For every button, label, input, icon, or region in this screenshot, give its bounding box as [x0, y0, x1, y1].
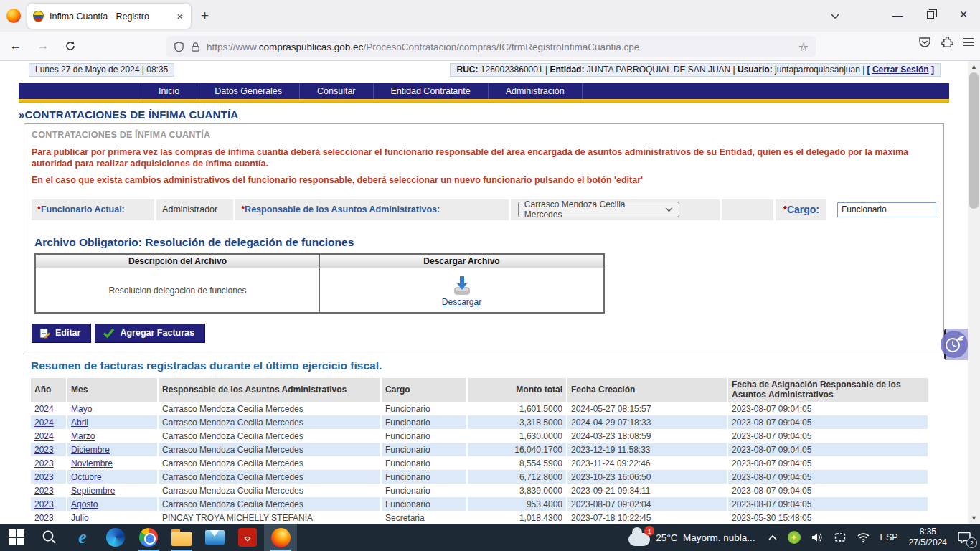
cell-mes[interactable]: Agosto: [67, 497, 158, 511]
start-button[interactable]: [0, 524, 33, 551]
minimize-button[interactable]: —: [881, 0, 914, 29]
forward-button[interactable]: →: [32, 36, 55, 56]
cell-anio[interactable]: 2024: [31, 429, 67, 443]
file-explorer-icon[interactable]: [165, 524, 198, 551]
month-link[interactable]: Agosto: [71, 499, 98, 509]
restore-button[interactable]: [914, 0, 947, 29]
year-link[interactable]: 2023: [34, 513, 54, 523]
cell-fecha-creacion: 2023-11-24 09:22:46: [567, 456, 727, 470]
pocket-icon[interactable]: [918, 37, 931, 48]
scrollbar-thumb[interactable]: [969, 72, 979, 209]
antivirus-tray-icon[interactable]: ✦: [783, 524, 806, 551]
cell-mes[interactable]: Noviembre: [67, 456, 158, 470]
notification-badge: 2: [966, 537, 977, 548]
descargar-link[interactable]: Descargar: [442, 297, 481, 307]
floating-clock-widget[interactable]: [942, 329, 968, 360]
month-link[interactable]: Septiembre: [71, 486, 115, 496]
nav-item-administracion[interactable]: Administración: [489, 83, 583, 99]
chrome-icon[interactable]: [132, 524, 165, 551]
year-link[interactable]: 2023: [34, 499, 54, 509]
year-link[interactable]: 2024: [34, 431, 54, 441]
volume-icon[interactable]: [806, 524, 829, 551]
cell-anio[interactable]: 2023: [31, 470, 67, 484]
year-link[interactable]: 2023: [34, 458, 54, 468]
cell-anio[interactable]: 2023: [31, 443, 67, 456]
usuario-value: juntaparroquiasanjuan: [775, 65, 860, 75]
month-link[interactable]: Marzo: [71, 431, 95, 441]
url-bar[interactable]: https://www.compraspublicas.gob.ec/Proce…: [166, 36, 816, 57]
back-button[interactable]: ←: [4, 36, 27, 56]
cell-mes[interactable]: Julio: [67, 511, 158, 524]
month-link[interactable]: Diciembre: [71, 445, 110, 455]
cell-anio[interactable]: 2023: [31, 456, 67, 470]
agregar-facturas-button[interactable]: Agregar Facturas: [95, 324, 205, 343]
scroll-down-icon[interactable]: ▼: [968, 512, 980, 524]
internet-explorer-icon[interactable]: e: [66, 524, 99, 551]
browser-tab[interactable]: Infima Cuantía - Registro ×: [27, 4, 191, 29]
nav-item-datos-generales[interactable]: Datos Generales: [197, 83, 300, 99]
download-icon[interactable]: [451, 275, 473, 296]
tablet-mode-icon[interactable]: [829, 524, 852, 551]
cell-mes[interactable]: Mayo: [67, 402, 158, 415]
bookmark-star-icon[interactable]: ☆: [798, 40, 809, 54]
year-link[interactable]: 2023: [34, 486, 54, 496]
clock-wing-icon[interactable]: [941, 331, 968, 358]
logout-link[interactable]: [ Cerrar Sesión ]: [867, 65, 934, 75]
month-link[interactable]: Julio: [71, 513, 89, 523]
cell-anio[interactable]: 2023: [31, 484, 67, 497]
reload-button[interactable]: [59, 36, 82, 56]
lock-icon[interactable]: [191, 42, 200, 52]
search-icon[interactable]: [33, 524, 66, 551]
page-scrollbar[interactable]: ▲ ▼: [968, 61, 980, 524]
mail-icon[interactable]: [198, 524, 231, 551]
cell-mes[interactable]: Septiembre: [67, 484, 158, 497]
notification-center-icon[interactable]: 2: [953, 524, 980, 551]
cell-anio[interactable]: 2024: [31, 402, 67, 415]
tab-close-icon[interactable]: ×: [174, 10, 185, 22]
nav-item-inicio[interactable]: Inicio: [141, 83, 197, 99]
cell-fecha-creacion: 2024-04-29 07:18:33: [567, 415, 727, 429]
cell-mes[interactable]: Diciembre: [67, 443, 158, 456]
tray-chevron-up-icon[interactable]: [763, 524, 783, 551]
editar-button[interactable]: Editar: [32, 324, 91, 343]
shield-icon[interactable]: [174, 42, 184, 52]
nav-item-entidad-contratante[interactable]: Entidad Contratante: [374, 83, 489, 99]
month-link[interactable]: Abril: [71, 418, 88, 428]
month-link[interactable]: Octubre: [71, 472, 102, 482]
list-tabs-chevron-icon[interactable]: [829, 10, 845, 23]
cell-mes[interactable]: Marzo: [67, 429, 158, 443]
cell-fecha-creacion: 2024-05-27 08:15:57: [567, 402, 727, 415]
language-indicator[interactable]: ESP: [875, 524, 903, 551]
taskbar-clock[interactable]: 8:35 27/5/2024: [903, 527, 953, 548]
acrobat-icon[interactable]: ⌔: [231, 524, 264, 551]
cell-mes[interactable]: Octubre: [67, 470, 158, 484]
month-link[interactable]: Noviembre: [71, 458, 113, 468]
extensions-puzzle-icon[interactable]: [941, 36, 953, 48]
nav-item-consultar[interactable]: Consultar: [300, 83, 374, 99]
firefox-window: Infima Cuantía - Registro × + — × ← → ht…: [0, 0, 980, 551]
weather-widget[interactable]: 1 25°C Mayorm. nubla...: [621, 529, 762, 546]
firefox-taskbar-icon[interactable]: [264, 524, 297, 551]
new-tab-button[interactable]: +: [201, 9, 209, 23]
cargo-input[interactable]: [837, 202, 936, 217]
close-button[interactable]: ×: [947, 0, 980, 29]
cell-responsable: Carrasco Mendoza Cecilia Mercedes: [158, 443, 381, 456]
edge-icon[interactable]: [99, 524, 132, 551]
ruc-label: RUC:: [456, 65, 478, 75]
cell-anio[interactable]: 2024: [31, 415, 67, 429]
year-link[interactable]: 2024: [34, 418, 54, 428]
year-link[interactable]: 2023: [34, 472, 54, 482]
cell-monto: 1,630.0000: [467, 429, 567, 443]
menu-hamburger-icon[interactable]: [963, 36, 974, 48]
cell-fecha-creacion: 2023-07-18 10:22:45: [567, 511, 727, 524]
cell-anio[interactable]: 2023: [31, 511, 67, 524]
year-link[interactable]: 2024: [34, 404, 54, 414]
month-link[interactable]: Mayo: [71, 404, 92, 414]
cell-anio[interactable]: 2023: [31, 497, 67, 511]
year-link[interactable]: 2023: [34, 445, 54, 455]
scroll-up-icon[interactable]: ▲: [968, 61, 980, 72]
cell-mes[interactable]: Abril: [67, 415, 158, 429]
responsable-select[interactable]: Carrasco Mendoza Cecilia Mercedes: [518, 202, 679, 217]
wifi-icon[interactable]: [852, 524, 875, 551]
factura-row: 2024MarzoCarrasco Mendoza Cecilia Merced…: [31, 429, 928, 443]
